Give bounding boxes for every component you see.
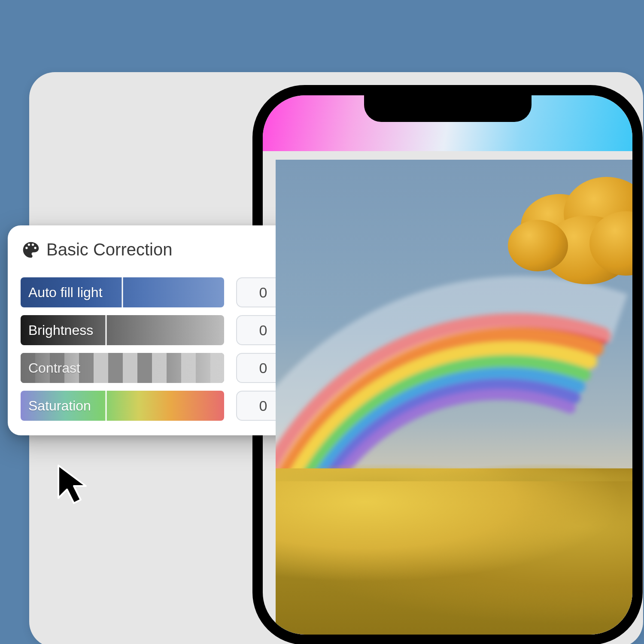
phone-notch	[364, 95, 532, 122]
row-auto-fill-light: Auto fill light 0	[21, 277, 304, 307]
slider-center-tick	[106, 315, 107, 345]
row-contrast: Contrast 0	[21, 353, 304, 383]
slider-auto-fill-light[interactable]: Auto fill light	[21, 277, 224, 307]
slider-label: Brightness	[21, 322, 93, 338]
slider-contrast[interactable]: Contrast	[21, 353, 224, 383]
phone-content	[276, 151, 632, 635]
slider-center-tick	[122, 277, 123, 307]
row-saturation: Saturation 0	[21, 391, 304, 421]
slider-label: Auto fill light	[21, 285, 103, 301]
slider-brightness[interactable]: Brightness	[21, 315, 224, 345]
slider-saturation[interactable]: Saturation	[21, 391, 224, 421]
panel-title: Basic Correction	[46, 240, 281, 259]
palette-icon	[21, 240, 40, 259]
slider-center-tick	[106, 391, 107, 421]
slider-label: Contrast	[21, 360, 80, 376]
slider-label: Saturation	[21, 398, 91, 414]
phone-frame	[253, 86, 642, 644]
tree-illustration	[504, 168, 632, 289]
panel-header[interactable]: Basic Correction	[21, 237, 304, 270]
image-preview[interactable]	[276, 160, 632, 635]
row-brightness: Brightness 0	[21, 315, 304, 345]
basic-correction-panel: Basic Correction Auto fill light 0 Brigh…	[8, 225, 317, 435]
